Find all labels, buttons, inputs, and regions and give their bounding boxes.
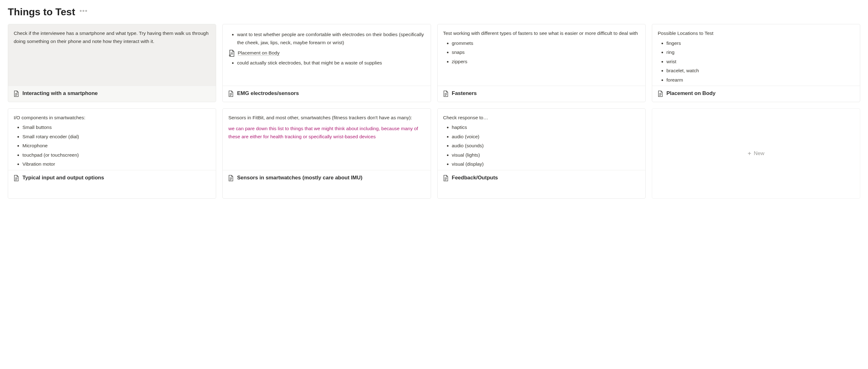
list-item: audio (voice) [452,133,640,141]
preview-bullets: haptics audio (voice) audio (sounds) vis… [443,123,640,168]
preview-text: Test working with different types of fas… [443,29,640,37]
list-item: bracelet, watch [666,67,854,75]
list-item: fingers [666,39,854,47]
page-icon [13,90,19,97]
page-icon [13,175,19,182]
page-icon [442,90,449,97]
list-item: Small buttons [23,123,210,131]
page-icon [442,175,449,182]
page-icon [228,175,234,182]
card-title: Feedback/Outputs [452,174,498,182]
page-link-icon [228,50,235,57]
list-item: haptics [452,123,640,131]
sub-page-link[interactable]: Placement on Body [228,49,425,57]
card-title: Typical input and output options [23,174,104,182]
new-card-label: New [754,150,764,157]
card-title-row: Typical input and output options [8,170,216,186]
list-item: touchpad (or touchscreen) [23,151,210,159]
card-placement-on-body[interactable]: Possible Locations to Test fingers ring … [652,24,860,102]
list-item: Microphone [23,142,210,150]
card-title-row: EMG electrodes/sensors [223,86,430,102]
list-item: wrist [666,58,854,66]
card-feedback-outputs[interactable]: Check response to… haptics audio (voice)… [437,109,646,199]
list-item: ring [666,48,854,56]
preview-text: Check if the interviewee has a smartphon… [14,29,210,45]
preview-text: Possible Locations to Test [658,29,854,37]
card-title: Sensors in smartwatches (mostly care abo… [237,174,362,182]
list-item: want to test whether people are comforta… [237,31,425,47]
list-item: grommets [452,39,640,47]
card-title-row: Interacting with a smartphone [8,86,216,102]
preview-text: Check response to… [443,114,640,122]
list-item: visual (lights) [452,151,640,159]
card-title-row: Feedback/Outputs [438,170,645,186]
gallery-grid: ••• Check if the interviewee has a smart… [8,24,860,199]
card-title: Fasteners [452,90,477,97]
card-title: EMG electrodes/sensors [237,90,299,97]
list-item: forearm [666,76,854,84]
list-item: snaps [452,48,640,56]
list-item: visual (display) [452,160,640,168]
card-preview: I/O components in smartwatches: Small bu… [8,109,216,170]
section-header: Things to Test ••• [8,6,860,18]
page-icon [228,90,234,97]
page-icon [657,90,663,97]
list-item: zippers [452,58,640,66]
card-preview: Sensors in FitBit, and most other, smart… [223,109,430,170]
preview-bullets: Small buttons Small rotary encoder (dial… [14,123,210,168]
section-more-icon[interactable]: ••• [78,7,89,15]
preview-bullets: grommets snaps zippers [443,39,640,66]
card-title-row: Fasteners [438,86,645,102]
card-preview: Check response to… haptics audio (voice)… [438,109,645,170]
list-item: Vibration motor [23,160,210,168]
card-fasteners[interactable]: Test working with different types of fas… [437,24,646,102]
preview-bullets: could actually stick electrodes, but tha… [228,59,425,67]
card-typical-io[interactable]: I/O components in smartwatches: Small bu… [8,109,216,199]
preview-text: Sensors in FitBit, and most other, smart… [228,114,425,122]
card-title-row: Placement on Body [652,86,860,102]
preview-text: I/O components in smartwatches: [14,114,210,122]
list-item: audio (sounds) [452,142,640,150]
preview-bullets: want to test whether people are comforta… [228,31,425,47]
card-title: Interacting with a smartphone [23,90,98,97]
card-sensors-smartwatches[interactable]: Sensors in FitBit, and most other, smart… [222,109,431,199]
list-item: could actually stick electrodes, but tha… [237,59,425,67]
new-card-button[interactable]: + New [652,109,860,199]
list-item: Small rotary encoder (dial) [23,133,210,141]
card-preview: want to test whether people are comforta… [223,24,430,86]
preview-bullets: fingers ring wrist bracelet, watch forea… [658,39,854,84]
sub-page-link-label: Placement on Body [238,49,279,57]
card-emg-electrodes[interactable]: want to test whether people are comforta… [222,24,431,102]
card-interacting-smartphone[interactable]: ••• Check if the interviewee has a smart… [8,24,216,102]
card-title-row: Sensors in smartwatches (mostly care abo… [223,170,430,186]
plus-icon: + [748,150,751,157]
section-title[interactable]: Things to Test [8,6,75,18]
preview-note: we can pare down this list to things tha… [228,125,425,141]
card-preview: Check if the interviewee has a smartphon… [8,24,216,86]
card-preview: Possible Locations to Test fingers ring … [652,24,860,86]
card-title: Placement on Body [666,90,716,97]
card-preview: Test working with different types of fas… [438,24,645,86]
